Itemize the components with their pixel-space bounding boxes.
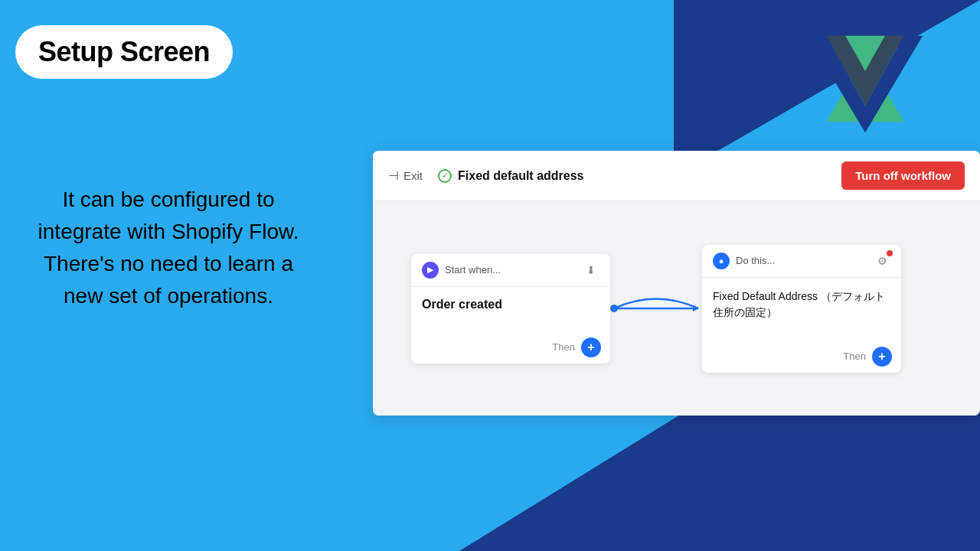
do-add-button[interactable]: + <box>872 347 892 367</box>
gear-with-dot-container: ⚙ <box>874 253 890 269</box>
svg-marker-6 <box>693 305 699 311</box>
start-icon: ▶ <box>422 262 439 279</box>
action-label: Fixed Default Address （デフォルト住所の固定） <box>713 289 890 321</box>
do-icon: ● <box>713 253 730 269</box>
svg-point-7 <box>610 305 618 312</box>
order-created-label: Order created <box>422 298 599 311</box>
workflow-title-area: ✓ Fixed default address <box>438 169 584 183</box>
exit-button[interactable]: ⊣ Exit <box>388 168 423 183</box>
do-card: ● Do this... ⚙ Fixed Default Address （デフ… <box>702 245 901 373</box>
start-card-header-left: ▶ Start when... <box>422 262 501 279</box>
workflow-canvas: ▶ Start when... ⬇ Order created Then + <box>373 201 980 416</box>
workflow-header-left: ⊣ Exit ✓ Fixed default address <box>388 168 584 183</box>
notification-dot <box>887 250 893 256</box>
workflow-header: ⊣ Exit ✓ Fixed default address Turn off … <box>373 151 980 201</box>
turn-off-label: Turn off workflow <box>855 169 951 182</box>
do-card-body: Fixed Default Address （デフォルト住所の固定） <box>702 278 901 341</box>
do-card-footer: Then + <box>702 341 901 373</box>
exit-icon: ⊣ <box>388 168 399 183</box>
start-card-footer: Then + <box>411 331 610 364</box>
download-icon[interactable]: ⬇ <box>583 262 599 279</box>
start-add-button[interactable]: + <box>581 337 601 357</box>
workflow-title: Fixed default address <box>458 169 584 183</box>
do-card-header-left: ● Do this... <box>713 253 775 269</box>
start-card-body: Order created <box>411 287 610 331</box>
setup-screen-title: Setup Screen <box>38 36 210 67</box>
start-then-label: Then <box>552 341 575 353</box>
left-description: It can be configured to integrate with S… <box>0 184 337 312</box>
do-then-label: Then <box>843 350 866 362</box>
description-text: It can be configured to integrate with S… <box>38 187 299 308</box>
vue-logo <box>750 0 980 168</box>
start-card-header: ▶ Start when... ⬇ <box>411 254 610 287</box>
do-card-label: Do this... <box>736 255 775 266</box>
turn-off-button[interactable]: Turn off workflow <box>841 161 965 190</box>
status-icon: ✓ <box>438 169 452 183</box>
do-card-header: ● Do this... ⚙ <box>702 245 901 278</box>
start-card-label: Start when... <box>445 264 501 276</box>
start-card: ▶ Start when... ⬇ Order created Then + <box>411 254 610 364</box>
connector <box>610 278 702 339</box>
exit-label: Exit <box>403 169 423 182</box>
setup-screen-badge: Setup Screen <box>15 25 233 79</box>
workflow-panel: ⊣ Exit ✓ Fixed default address Turn off … <box>373 151 980 416</box>
